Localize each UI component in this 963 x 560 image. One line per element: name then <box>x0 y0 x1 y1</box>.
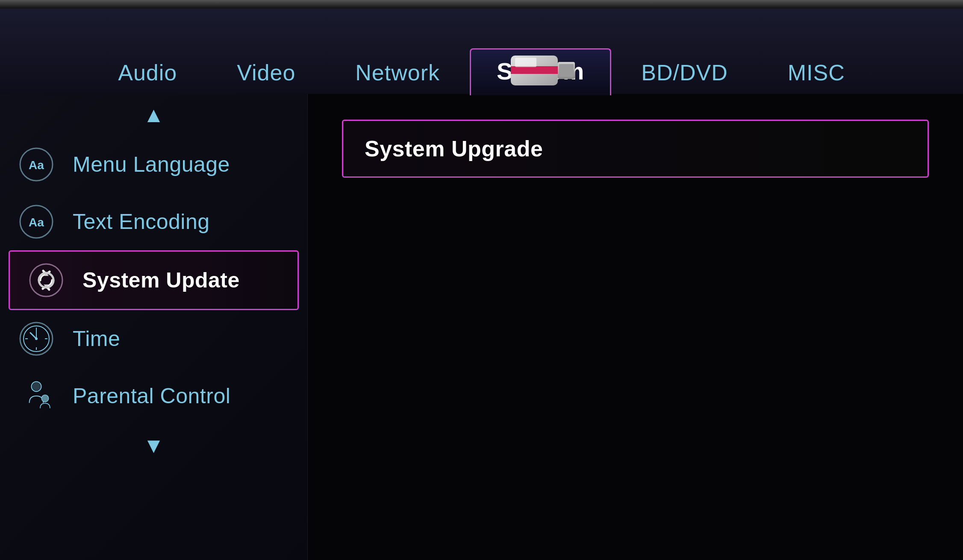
right-panel: System Upgrade <box>308 94 963 560</box>
text-encoding-icon: Aa <box>17 202 56 241</box>
system-update-icon <box>27 261 65 299</box>
tab-network[interactable]: Network <box>325 51 470 94</box>
parental-control-icon <box>17 377 56 415</box>
svg-rect-1 <box>511 66 558 74</box>
svg-point-9 <box>30 264 62 296</box>
time-icon <box>17 320 56 358</box>
svg-point-22 <box>32 382 41 391</box>
menu-item-system-update[interactable]: System Update <box>9 250 299 310</box>
device-icon <box>502 43 579 100</box>
menu-item-text-encoding[interactable]: Aa Text Encoding <box>0 193 307 250</box>
navigation-tabs: Audio Video Network <box>0 9 963 94</box>
scroll-down-arrow[interactable]: ▼ <box>0 425 307 466</box>
scroll-down-icon: ▼ <box>143 433 165 458</box>
svg-text:Aa: Aa <box>29 158 44 172</box>
tab-bddvd[interactable]: BD/DVD <box>611 51 757 94</box>
system-update-label: System Update <box>82 268 240 293</box>
main-content: ▲ Aa Menu Language Aa Text Encoding <box>0 94 963 560</box>
menu-language-label: Menu Language <box>73 152 230 177</box>
menu-language-icon: Aa <box>17 145 56 184</box>
parental-control-label: Parental Control <box>73 384 230 408</box>
system-upgrade-button[interactable]: System Upgrade <box>342 120 929 178</box>
text-encoding-label: Text Encoding <box>73 209 210 234</box>
svg-point-20 <box>35 337 38 340</box>
menu-item-time[interactable]: Time <box>0 310 307 367</box>
tab-bddvd-label: BD/DVD <box>641 60 727 85</box>
tab-system-container: System <box>470 47 611 94</box>
menu-item-menu-language[interactable]: Aa Menu Language <box>0 136 307 193</box>
scroll-up-arrow[interactable]: ▲ <box>0 94 307 136</box>
svg-rect-4 <box>515 58 536 67</box>
system-upgrade-label: System Upgrade <box>365 136 543 161</box>
tab-misc-label: MISC <box>788 60 845 85</box>
tab-misc[interactable]: MISC <box>758 51 875 94</box>
tab-video[interactable]: Video <box>207 51 325 94</box>
tab-network-label: Network <box>355 60 440 85</box>
tab-audio[interactable]: Audio <box>88 51 207 94</box>
left-panel: ▲ Aa Menu Language Aa Text Encoding <box>0 94 308 560</box>
top-bar <box>0 0 963 9</box>
svg-text:Aa: Aa <box>29 216 44 229</box>
scroll-up-icon: ▲ <box>143 103 165 127</box>
menu-item-parental-control[interactable]: Parental Control <box>0 367 307 425</box>
tab-audio-label: Audio <box>118 60 177 85</box>
svg-rect-3 <box>559 64 574 77</box>
tab-video-label: Video <box>237 60 295 85</box>
time-label: Time <box>73 326 120 351</box>
